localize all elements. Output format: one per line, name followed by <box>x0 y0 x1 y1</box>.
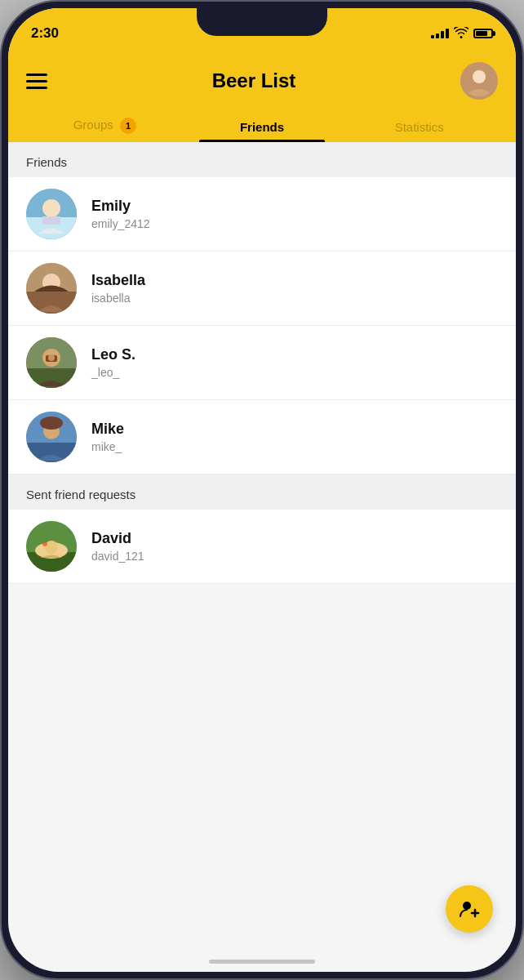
battery-icon <box>473 29 493 38</box>
svg-rect-5 <box>42 216 60 225</box>
app-title: Beer List <box>212 69 296 92</box>
status-icons <box>431 27 493 41</box>
status-time: 2:30 <box>31 25 59 42</box>
tab-groups[interactable]: Groups 1 <box>26 111 184 142</box>
friends-section-header: Friends <box>8 142 516 177</box>
tab-groups-label: Groups <box>73 118 113 131</box>
groups-badge: 1 <box>120 118 136 134</box>
friend-info: Leo S. _leo_ <box>91 346 498 379</box>
friend-username: emily_2412 <box>91 217 498 230</box>
list-item[interactable]: Mike mike_ <box>8 400 516 474</box>
friend-username: isabella <box>91 292 498 305</box>
friend-info: David david_121 <box>91 530 498 563</box>
friend-info: Emily emily_2412 <box>91 198 498 230</box>
svg-point-4 <box>42 199 60 217</box>
app-header: Beer List Groups 1 Friends <box>8 51 516 142</box>
avatar <box>26 412 77 462</box>
main-content: Friends Emily <box>8 142 516 584</box>
friend-username: _leo_ <box>91 366 498 379</box>
requests-section-title: Sent friend requests <box>26 488 135 501</box>
avatar <box>26 263 77 314</box>
friend-name: Mike <box>91 421 498 438</box>
svg-point-23 <box>42 541 47 546</box>
add-friend-icon <box>459 898 480 920</box>
list-item[interactable]: Emily emily_2412 <box>8 177 516 252</box>
friend-name: Emily <box>91 198 498 215</box>
friend-name: David <box>91 530 498 547</box>
avatar <box>26 189 77 239</box>
friend-username: mike_ <box>91 440 498 453</box>
notch <box>197 8 327 36</box>
phone-inner: 2:30 <box>8 8 516 972</box>
home-indicator <box>209 960 315 964</box>
list-item[interactable]: David david_121 <box>8 510 516 584</box>
tab-friends[interactable]: Friends <box>184 114 341 142</box>
tab-statistics[interactable]: Statistics <box>340 114 498 142</box>
tab-friends-label: Friends <box>240 120 284 134</box>
requests-section-header: Sent friend requests <box>8 474 516 510</box>
friends-list: Emily emily_2412 <box>8 177 516 474</box>
menu-button[interactable] <box>26 74 47 89</box>
requests-list: David david_121 <box>8 510 516 584</box>
svg-point-24 <box>463 902 471 910</box>
signal-icon <box>431 29 449 38</box>
tab-bar: Groups 1 Friends Statistics <box>26 111 498 142</box>
add-friend-button[interactable] <box>446 885 493 933</box>
tab-statistics-label: Statistics <box>395 120 444 134</box>
avatar <box>26 337 77 388</box>
svg-point-13 <box>48 354 55 361</box>
svg-point-1 <box>473 70 486 83</box>
friend-info: Mike mike_ <box>91 421 498 453</box>
list-item[interactable]: Leo S. _leo_ <box>8 326 516 400</box>
phone-frame: 2:30 <box>0 0 524 980</box>
friends-section-title: Friends <box>26 155 67 169</box>
avatar <box>26 521 77 572</box>
friend-username: david_121 <box>91 550 498 563</box>
friend-info: Isabella isabella <box>91 272 498 305</box>
svg-point-17 <box>40 416 63 430</box>
friend-name: Leo S. <box>91 346 498 363</box>
list-item[interactable]: Isabella isabella <box>8 252 516 326</box>
friend-name: Isabella <box>91 272 498 289</box>
profile-avatar[interactable] <box>460 62 498 100</box>
wifi-icon <box>454 27 468 41</box>
